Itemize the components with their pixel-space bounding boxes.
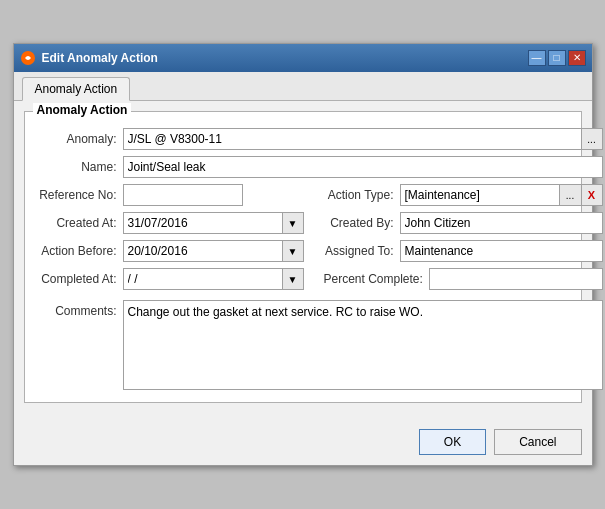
maximize-button[interactable]: □ — [548, 50, 566, 66]
action-type-input[interactable] — [400, 184, 559, 206]
button-bar: OK Cancel — [14, 423, 592, 465]
created-at-row: Created At: ▼ — [37, 212, 304, 234]
ref-input[interactable] — [123, 184, 243, 206]
group-box: Anomaly Action Anomaly: ... Name: — [24, 111, 582, 403]
percent-label: Percent Complete: — [324, 272, 423, 286]
created-by-input[interactable] — [400, 212, 603, 234]
anomaly-input[interactable] — [123, 128, 581, 150]
cancel-button[interactable]: Cancel — [494, 429, 581, 455]
action-before-row: Action Before: ▼ — [37, 240, 304, 262]
completed-at-label: Completed At: — [37, 272, 117, 286]
percent-row: Percent Complete: — [324, 268, 603, 290]
completed-at-input[interactable] — [123, 268, 282, 290]
ref-row: Reference No: — [37, 184, 304, 206]
comments-textarea[interactable]: Change out the gasket at next service. R… — [123, 300, 603, 390]
completed-at-wrap: ▼ — [123, 268, 304, 290]
completed-at-row: Completed At: ▼ — [37, 268, 304, 290]
completed-at-dropdown-button[interactable]: ▼ — [282, 268, 304, 290]
created-at-label: Created At: — [37, 216, 117, 230]
window-title: Edit Anomaly Action — [42, 51, 158, 65]
form-grid: Anomaly: ... Name: Reference No: — [37, 128, 569, 390]
anomaly-row: Anomaly: ... — [37, 128, 603, 150]
assigned-to-input[interactable] — [400, 240, 603, 262]
assigned-to-label: Assigned To: — [324, 244, 394, 258]
anomaly-field-wrap: ... — [123, 128, 603, 150]
tab-anomaly-action[interactable]: Anomaly Action — [22, 77, 131, 101]
action-before-label: Action Before: — [37, 244, 117, 258]
title-bar: Edit Anomaly Action — □ ✕ — [14, 44, 592, 72]
created-at-input[interactable] — [123, 212, 282, 234]
created-at-wrap: ▼ — [123, 212, 304, 234]
name-label: Name: — [37, 160, 117, 174]
comments-label: Comments: — [37, 304, 117, 318]
action-before-wrap: ▼ — [123, 240, 304, 262]
action-type-wrap: ... X — [400, 184, 603, 206]
name-input[interactable] — [123, 156, 603, 178]
title-bar-left: Edit Anomaly Action — [20, 50, 158, 66]
assigned-to-row: Assigned To: — [324, 240, 603, 262]
ref-label: Reference No: — [37, 188, 117, 202]
created-by-label: Created By: — [324, 216, 394, 230]
name-row: Name: — [37, 156, 603, 178]
comments-row: Comments: Change out the gasket at next … — [37, 300, 603, 390]
tab-bar: Anomaly Action — [14, 72, 592, 101]
percent-input[interactable] — [429, 268, 603, 290]
anomaly-label: Anomaly: — [37, 132, 117, 146]
close-button[interactable]: ✕ — [568, 50, 586, 66]
app-icon — [20, 50, 36, 66]
action-type-browse-button[interactable]: ... — [559, 184, 581, 206]
action-type-clear-button[interactable]: X — [581, 184, 603, 206]
anomaly-browse-button[interactable]: ... — [581, 128, 603, 150]
minimize-button[interactable]: — — [528, 50, 546, 66]
edit-anomaly-dialog: Edit Anomaly Action — □ ✕ Anomaly Action… — [13, 43, 593, 466]
action-type-label: Action Type: — [324, 188, 394, 202]
content-area: Anomaly Action Anomaly: ... Name: — [14, 101, 592, 423]
group-box-title: Anomaly Action — [33, 103, 132, 117]
action-before-dropdown-button[interactable]: ▼ — [282, 240, 304, 262]
title-bar-controls: — □ ✕ — [528, 50, 586, 66]
ok-button[interactable]: OK — [419, 429, 486, 455]
created-by-row: Created By: — [324, 212, 603, 234]
action-before-input[interactable] — [123, 240, 282, 262]
action-type-row: Action Type: ... X — [324, 184, 603, 206]
created-at-dropdown-button[interactable]: ▼ — [282, 212, 304, 234]
